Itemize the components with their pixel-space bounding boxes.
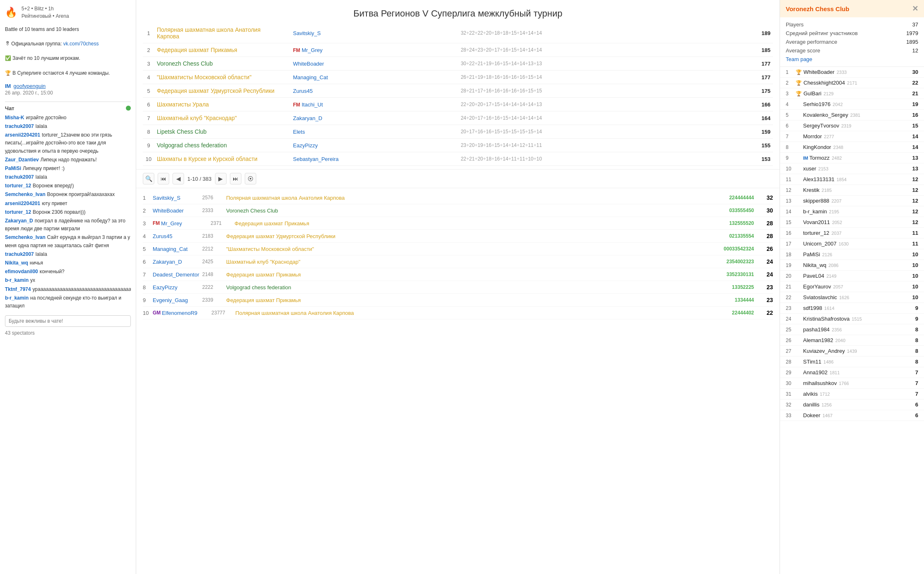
player-name[interactable]: Deadest_Dementor	[153, 272, 202, 278]
team-name-link[interactable]: Федерация шахмат Удмуртской Республики	[157, 87, 274, 94]
rank-row: 5 Kovalenko_Sergey 2381 16	[780, 110, 924, 120]
player-name[interactable]: EazyPizzy	[153, 284, 202, 291]
close-button[interactable]: ✕	[912, 4, 918, 13]
rank-player-name[interactable]: danillis 1256	[803, 402, 915, 408]
team-player: Zurus45	[286, 84, 456, 98]
players-label: Players	[786, 21, 803, 28]
player-name[interactable]: Savitskiy_S	[153, 195, 202, 201]
rank-player-name[interactable]: Chesskhight2004 2171	[803, 80, 912, 86]
team-row: 10 Шахматы в Курске и Курской области Se…	[143, 152, 773, 166]
group-link[interactable]: vk.com/70chess	[63, 41, 99, 47]
team-page-link[interactable]: Team page	[786, 56, 918, 62]
chat-input[interactable]	[5, 315, 131, 327]
rank-player-name[interactable]: Anna1902 1811	[803, 369, 915, 376]
rank-number: 30	[786, 380, 796, 386]
team-name-link[interactable]: "Шахматисты Московской области"	[157, 74, 251, 80]
username-link[interactable]: goofypenguin	[13, 83, 45, 89]
team-name-link[interactable]: Voronezh Chess Club	[157, 60, 213, 67]
rank-player-name[interactable]: GulBari 2129	[803, 90, 912, 97]
rank-player-name[interactable]: Tormozz 2482	[809, 155, 912, 161]
player-name[interactable]: Evgeniy_Gaag	[153, 297, 202, 303]
rank-player-name[interactable]: WhiteBoader 2333	[803, 69, 912, 75]
rank-player-name[interactable]: Aleman1982 2040	[803, 337, 915, 343]
player-team[interactable]: Федерация шахмат Прикамья	[234, 220, 680, 227]
team-name-link[interactable]: Шахматисты Урала	[157, 101, 209, 108]
player-team[interactable]: Полярная шахматная школа Анатолия Карпов…	[226, 195, 680, 201]
more-options-button[interactable]: ⦿	[245, 173, 256, 184]
rank-player-name[interactable]: skipper888 2207	[803, 198, 912, 204]
team-rank: 10	[143, 152, 154, 166]
search-button[interactable]: 🔍	[143, 173, 154, 184]
rank-player-name[interactable]: Unicorn_2007 1630	[803, 241, 912, 247]
player-name[interactable]: Zakaryan_D	[153, 259, 202, 265]
rank-player-name[interactable]: PaveL04 2149	[803, 273, 912, 279]
team-name-link[interactable]: Volgograd chess federation	[157, 142, 227, 149]
trophy-icon: 🏆	[796, 80, 802, 86]
rank-player-rating: 2319	[840, 123, 851, 128]
next-page-button[interactable]: ▶	[215, 173, 227, 184]
rank-player-name[interactable]: Dokeer 1467	[803, 412, 915, 418]
player-team[interactable]: Полярная шахматная школа Анатолия Карпов…	[235, 310, 680, 316]
team-name-link[interactable]: Шахматы в Курске и Курской области	[157, 156, 258, 162]
team-player: Zakaryan_D	[286, 111, 456, 125]
rank-player-name[interactable]: Kuviazev_Andrey 1439	[803, 348, 915, 354]
player-scores: 021335554	[680, 233, 754, 239]
rank-player-name[interactable]: KingKondor 2348	[803, 144, 912, 150]
team-name-link[interactable]: Lipetsk Chess Club	[157, 128, 207, 135]
rank-player-name[interactable]: Nikita_wq 2086	[803, 262, 912, 268]
rank-number: 12	[786, 187, 796, 193]
rank-player-name[interactable]: Morrdor 2277	[803, 133, 912, 139]
rank-player-name[interactable]: KristinaShafrostova 1515	[803, 316, 915, 322]
event-fire-icon: 🔥	[5, 7, 17, 18]
rank-player-name[interactable]: EgorYaurov 2057	[803, 283, 912, 290]
chat-text: конченый?	[40, 269, 64, 274]
player-rating: 2212	[202, 246, 223, 252]
player-name[interactable]: WhiteBoader	[153, 208, 202, 214]
rank-player-name[interactable]: Kovalenko_Sergey 2381	[803, 112, 912, 118]
rank-player-name[interactable]: Vovan2011 2052	[803, 219, 912, 225]
player-scores: 224444444	[680, 195, 754, 201]
rank-points: 10	[912, 262, 918, 268]
rank-player-name[interactable]: mihailsushkov 1766	[803, 380, 915, 386]
chat-message: trachuk2007lalala	[5, 123, 131, 130]
team-name-cell: Voronezh Chess Club	[154, 57, 286, 71]
rank-player-rating: 2086	[827, 263, 839, 268]
player-team[interactable]: "Шахматисты Московской области"	[226, 246, 680, 252]
player-team[interactable]: Федерация шахмат Прикамья	[226, 297, 680, 303]
rank-number: 3	[786, 91, 796, 97]
player-name[interactable]: Zurus45	[153, 233, 202, 239]
rank-player-rating: 2129	[822, 91, 834, 96]
rank-player-name[interactable]: torturer_12 2037	[803, 230, 912, 236]
player-team[interactable]: Федерация шахмат Удмуртской Республики	[226, 233, 680, 239]
rank-player-name[interactable]: Krestik 2185	[803, 187, 912, 193]
player-scores: 00033542324	[680, 246, 754, 252]
player-team[interactable]: Федерация шахмат Прикамья	[226, 272, 680, 278]
rank-player-name[interactable]: PaMiSi 2126	[803, 251, 912, 257]
rank-player-name[interactable]: b-r_kamin 2195	[803, 208, 912, 215]
first-page-button[interactable]: ⏮	[158, 173, 169, 184]
player-team[interactable]: Volgograd chess federation	[226, 284, 680, 291]
player-team[interactable]: Шахматный клуб "Краснодар"	[226, 259, 680, 265]
rank-player-name[interactable]: SergeyTvorsov 2319	[803, 123, 912, 129]
rank-points: 19	[912, 101, 918, 107]
rank-player-name[interactable]: pasha1984 2356	[803, 326, 915, 333]
rank-player-name[interactable]: Alex1313131 1854	[803, 176, 912, 182]
rank-player-name[interactable]: xuser 2153	[803, 165, 912, 172]
prev-page-button[interactable]: ◀	[173, 173, 184, 184]
player-name[interactable]: ElfenomenoR9	[162, 310, 211, 316]
team-rank: 3	[143, 57, 154, 71]
player-name[interactable]: Mr_Grey	[161, 220, 210, 227]
last-page-button[interactable]: ⏭	[230, 173, 241, 184]
rank-player-name[interactable]: Serhio1976 2042	[803, 101, 912, 107]
player-name: Zakaryan_D	[293, 115, 322, 121]
rank-player-name[interactable]: sdf1998 1614	[803, 305, 915, 311]
rank-player-name[interactable]: Sviatoslavchic 1626	[803, 294, 912, 300]
player-name[interactable]: Managing_Cat	[153, 246, 202, 252]
team-name-link[interactable]: Федерация шахмат Прикамья	[157, 47, 237, 53]
team-name-link[interactable]: Шахматный клуб "Краснодар"	[157, 115, 237, 121]
rank-player-name[interactable]: alvikis 1712	[803, 391, 915, 397]
rank-player-name[interactable]: STim11 1486	[803, 359, 915, 365]
team-name-link[interactable]: Полярная шахматная школа Анатолия Карпов…	[157, 26, 260, 40]
player-team[interactable]: Voronezh Chess Club	[226, 208, 680, 214]
tournament-title: Битва Регионов V Суперлига межклубный ту…	[136, 0, 780, 23]
